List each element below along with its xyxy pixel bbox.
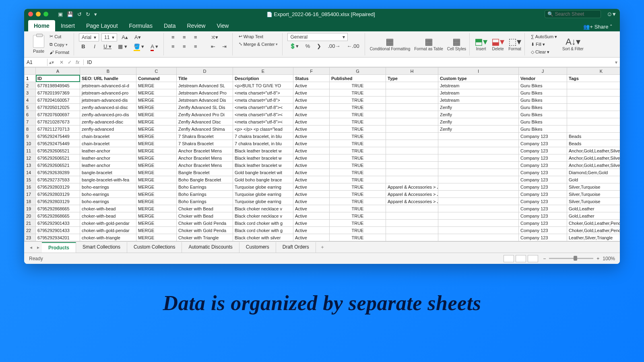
sheet-nav-next[interactable]: ▸ <box>35 245 42 250</box>
column-header[interactable]: C <box>136 68 177 75</box>
cell[interactable]: zenfly-advanced-disc <box>80 118 136 125</box>
cell[interactable]: bangle-bracelet-with-fea <box>80 176 136 183</box>
cell[interactable]: TRUE <box>330 133 386 140</box>
cell[interactable]: MERGE <box>136 111 177 118</box>
close-window-button[interactable] <box>28 12 33 16</box>
cell[interactable]: Gold,Leather <box>567 205 620 212</box>
cell[interactable]: TRUE <box>330 104 386 111</box>
cell[interactable] <box>386 234 438 241</box>
save-icon[interactable]: 💾 <box>67 11 73 17</box>
cell[interactable] <box>438 234 519 241</box>
cell[interactable]: Active <box>293 227 330 234</box>
cell[interactable]: Guru Bikes <box>519 89 567 97</box>
align-center-button[interactable]: ≡ <box>180 42 189 51</box>
row-header[interactable]: 10 <box>25 140 36 147</box>
align-middle-button[interactable]: ≡ <box>180 33 189 41</box>
cell[interactable]: 6795292737593 <box>36 176 80 183</box>
cell[interactable]: Turquoise globe earring <box>233 191 293 198</box>
redo-icon[interactable]: ↻ <box>86 11 90 17</box>
cell[interactable]: 6795292803129 <box>36 191 80 198</box>
cell[interactable] <box>438 133 519 140</box>
cell[interactable]: TRUE <box>330 82 386 89</box>
column-header[interactable]: G <box>330 68 386 75</box>
cell[interactable] <box>438 140 519 147</box>
cell[interactable]: Zenfly Advanced Disc <box>177 118 233 125</box>
cell[interactable]: 6795292934201 <box>36 234 80 241</box>
cell[interactable]: boho-earrings <box>80 191 136 198</box>
cell[interactable] <box>386 89 438 97</box>
column-header[interactable]: B <box>80 68 136 75</box>
cell[interactable]: <meta charset="utf-8">< <box>233 118 293 125</box>
cell[interactable]: zenfly-advanced-sl-disc <box>80 104 136 111</box>
cell[interactable]: MERGE <box>136 140 177 147</box>
cell[interactable]: 6795292901433 <box>36 227 80 234</box>
cell[interactable]: 7 chakra bracelet, in blu <box>233 140 293 147</box>
cell[interactable]: Active <box>293 97 330 104</box>
cell[interactable]: Company 123 <box>519 227 567 234</box>
cell[interactable]: Active <box>293 205 330 212</box>
cell[interactable] <box>438 183 519 191</box>
select-all-corner[interactable] <box>25 68 36 75</box>
row-header[interactable]: 4 <box>25 97 36 104</box>
cell[interactable]: TRUE <box>330 111 386 118</box>
cell[interactable]: TRUE <box>330 205 386 212</box>
cell[interactable]: MERGE <box>136 227 177 234</box>
format-painter-button[interactable]: 🖌 Format <box>48 49 70 56</box>
cell[interactable]: MERGE <box>136 118 177 125</box>
paste-button[interactable]: Paste <box>30 33 47 56</box>
cut-button[interactable]: ✂ Cut <box>48 33 70 40</box>
cell[interactable]: Company 123 <box>519 198 567 205</box>
cell[interactable]: TRUE <box>330 183 386 191</box>
cell[interactable]: Company 123 <box>519 154 567 162</box>
cell[interactable]: TRUE <box>330 220 386 227</box>
cell[interactable]: 6795292606521 <box>36 147 80 154</box>
cell[interactable]: Boho Earrings <box>177 183 233 191</box>
row-header[interactable]: 7 <box>25 118 36 125</box>
cell[interactable]: Anchor Bracelet Mens <box>177 162 233 169</box>
column-header[interactable]: E <box>233 68 293 75</box>
decrease-indent-button[interactable]: ⇤ <box>209 42 218 51</box>
view-normal-button[interactable] <box>504 255 514 262</box>
cell[interactable]: Active <box>293 82 330 89</box>
cell[interactable]: TRUE <box>330 176 386 183</box>
cell[interactable]: TRUE <box>330 234 386 241</box>
view-page-break-button[interactable] <box>528 255 538 262</box>
column-header[interactable]: F <box>293 68 330 75</box>
cell[interactable]: Jetstream <box>438 82 519 89</box>
cell[interactable]: Active <box>293 198 330 205</box>
cell[interactable]: boho-earrings <box>80 183 136 191</box>
cell-styles-button[interactable]: ▦Cell Styles <box>447 37 466 51</box>
currency-button[interactable]: 💲▾ <box>287 42 301 50</box>
cell[interactable]: jetstream-advanced-sl-d <box>80 82 136 89</box>
cell[interactable]: Company 123 <box>519 205 567 212</box>
cell[interactable]: Black choker necklace v <box>233 212 293 220</box>
cell[interactable] <box>438 154 519 162</box>
sheet-tab[interactable]: Automatic Discounts <box>182 242 239 253</box>
cell[interactable]: Choker with Triangle <box>177 234 233 241</box>
cell[interactable] <box>438 220 519 227</box>
cell[interactable] <box>438 191 519 198</box>
cell[interactable]: Company 123 <box>519 176 567 183</box>
cell[interactable]: MERGE <box>136 212 177 220</box>
cell[interactable]: Silver,Turquoise <box>567 198 620 205</box>
cell[interactable]: Active <box>293 191 330 198</box>
cell[interactable]: choker-with-bead <box>80 205 136 212</box>
cell[interactable]: Black leather bracelet w <box>233 154 293 162</box>
cell[interactable] <box>386 133 438 140</box>
cell[interactable]: MERGE <box>136 154 177 162</box>
cell[interactable]: Zenfly <box>438 125 519 133</box>
cell[interactable]: Zenfly Advanced Shima <box>177 125 233 133</box>
insert-cells-button[interactable]: ⬒▾Insert <box>475 37 487 51</box>
qat-more-icon[interactable]: ▾ <box>94 11 97 17</box>
cell[interactable]: MERGE <box>136 133 177 140</box>
cell[interactable]: zenfly-advanced <box>80 125 136 133</box>
cell[interactable]: Active <box>293 234 330 241</box>
cell[interactable]: Description <box>233 75 293 82</box>
row-header[interactable]: 22 <box>25 227 36 234</box>
font-name-select[interactable]: Arial ▾ <box>79 33 99 41</box>
cell[interactable]: leather-anchor <box>80 147 136 154</box>
cell[interactable]: 6795292475449 <box>36 140 80 147</box>
cell[interactable] <box>438 176 519 183</box>
cell[interactable] <box>567 111 620 118</box>
cell[interactable]: boho-earrings <box>80 198 136 205</box>
